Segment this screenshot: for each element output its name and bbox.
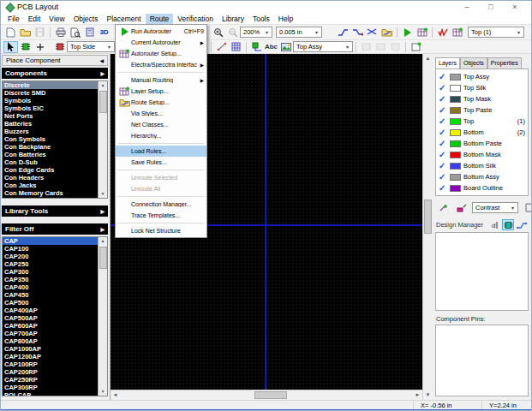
- layer-row[interactable]: ✓Top Mask: [436, 93, 528, 104]
- layer-visible-checkbox[interactable]: ✓: [439, 94, 447, 104]
- list-item[interactable]: CAP700AP: [3, 330, 107, 337]
- drc-icon[interactable]: [435, 27, 450, 39]
- list-item[interactable]: Batteries: [3, 120, 107, 128]
- menu-help[interactable]: Help: [274, 14, 297, 24]
- board-side-combo[interactable]: Top Side▾: [67, 41, 115, 52]
- layer-color-swatch[interactable]: [450, 74, 461, 80]
- list-item[interactable]: Net Ports: [3, 112, 107, 120]
- layer-row[interactable]: ✓Top Paste: [436, 104, 528, 116]
- list-item[interactable]: CAP350: [3, 276, 107, 283]
- list-item[interactable]: CAP1200AP: [3, 353, 107, 360]
- menu-route[interactable]: Route: [146, 14, 174, 24]
- menu-item-trace-templates[interactable]: Trace Templates...: [116, 210, 206, 221]
- text-tool-icon[interactable]: Abc: [264, 41, 278, 53]
- zoom-out-icon[interactable]: [225, 27, 240, 39]
- layer-visible-checkbox[interactable]: ✓: [439, 150, 447, 159]
- assembly-view-combo[interactable]: Top Assy▾: [293, 41, 353, 52]
- open-icon[interactable]: [18, 27, 33, 39]
- menu-item-autorouter-setup[interactable]: Autorouter Setup...: [116, 48, 206, 59]
- autorouter-setup-icon[interactable]: [415, 27, 429, 39]
- list-item[interactable]: CAP200: [3, 253, 107, 260]
- layer-visible-checkbox[interactable]: ✓: [439, 83, 447, 92]
- report-icon[interactable]: [82, 27, 97, 39]
- layer-color-swatch[interactable]: [450, 96, 461, 103]
- menu-item-connection-manager[interactable]: Connection Manager...: [116, 199, 206, 210]
- menu-item-net-classes[interactable]: Net Classes...: [116, 119, 206, 130]
- layer-row[interactable]: ✓Top(1): [436, 116, 528, 127]
- list-item[interactable]: Con Edge Cards: [3, 166, 107, 174]
- layer-row[interactable]: ✓Bottom Mask: [436, 149, 528, 160]
- menu-item-save-rules[interactable]: Save Rules...: [116, 157, 206, 168]
- menu-item-lock-net-structure[interactable]: Lock Net Structure: [116, 225, 206, 236]
- route-mode-icon[interactable]: [249, 41, 264, 53]
- layer-color-swatch[interactable]: [450, 174, 461, 181]
- layer-visible-checkbox[interactable]: ✓: [439, 139, 447, 148]
- active-layer-combo[interactable]: Top (1)▾: [468, 27, 524, 38]
- list-item[interactable]: Discrete: [3, 81, 107, 89]
- print-icon[interactable]: [53, 27, 68, 39]
- list-item[interactable]: CAP250: [3, 260, 107, 268]
- layer-visible-checkbox[interactable]: ✓: [439, 172, 447, 182]
- list-item[interactable]: CAP: [3, 237, 107, 245]
- route-shove-icon[interactable]: [350, 27, 365, 39]
- layer-row[interactable]: ✓Bottom(2): [436, 127, 528, 138]
- route-fanout-icon[interactable]: [365, 27, 380, 39]
- route-edit-icon[interactable]: [336, 27, 350, 39]
- list-item[interactable]: CAP500: [3, 299, 107, 307]
- select-tool-icon[interactable]: [3, 41, 18, 53]
- list-item[interactable]: CAP500AP: [3, 314, 107, 322]
- list-item[interactable]: CAP400AP: [3, 307, 107, 314]
- list-item[interactable]: CAP250RP: [3, 376, 107, 384]
- layer-row[interactable]: ✓Top Silk: [436, 82, 528, 93]
- filter-bar[interactable]: Filter Off ▶: [2, 223, 108, 235]
- edit-layer-icon[interactable]: [454, 201, 469, 213]
- list-item[interactable]: POLCAP: [3, 391, 107, 396]
- layer-row[interactable]: ✓Bottom Paste: [436, 138, 528, 149]
- collapse-left-icon[interactable]: ◀: [99, 57, 104, 63]
- layer-color-swatch[interactable]: [450, 163, 461, 170]
- menu-view[interactable]: View: [45, 14, 69, 24]
- menu-item-layer-setup[interactable]: Layer Setup...: [116, 86, 206, 97]
- menu-file[interactable]: File: [3, 14, 24, 24]
- canvas-vertical-scrollbar[interactable]: ▲ ▼: [422, 54, 433, 400]
- layer-visible-checkbox[interactable]: ✓: [439, 105, 447, 115]
- close-button[interactable]: ×: [503, 1, 527, 13]
- list-item[interactable]: CAP100: [3, 245, 107, 253]
- dm-density-icon[interactable]: d: [488, 219, 500, 230]
- list-item[interactable]: CAP300: [3, 268, 107, 276]
- components-list-scrollbar[interactable]: ▲ ▼: [98, 81, 107, 198]
- list-item[interactable]: CAP450: [3, 291, 107, 299]
- maximize-button[interactable]: □: [479, 1, 503, 13]
- scroll-thumb[interactable]: [424, 200, 432, 234]
- layer-visible-checkbox[interactable]: ✓: [439, 183, 447, 193]
- testpoint-icon[interactable]: [450, 27, 464, 39]
- board-settings-icon[interactable]: [409, 41, 423, 53]
- canvas-horizontal-scrollbar[interactable]: ◄ ►: [111, 390, 422, 400]
- list-item[interactable]: Con D-Sub: [3, 158, 107, 166]
- layer-color-swatch[interactable]: [450, 152, 461, 158]
- menu-item-hierarchy[interactable]: Hierarchy...: [116, 130, 206, 141]
- list-item[interactable]: Con Symbols: [3, 135, 107, 143]
- tab-layers[interactable]: Layers: [435, 57, 460, 68]
- save-icon[interactable]: [33, 27, 47, 39]
- place-point-icon[interactable]: [33, 41, 47, 53]
- design-manager-list[interactable]: [435, 232, 529, 311]
- menu-item-route-setup[interactable]: Route Setup...: [116, 97, 206, 108]
- scroll-thumb[interactable]: [99, 91, 107, 113]
- menu-item-unroute-all[interactable]: Unroute All: [116, 183, 206, 194]
- menu-placement[interactable]: Placement: [102, 14, 145, 24]
- menu-item-run-autorouter[interactable]: Run AutorouterCtrl+F9: [116, 26, 206, 37]
- library-tools-bar[interactable]: Library Tools ▶: [2, 206, 108, 217]
- copy-page-icon[interactable]: [522, 201, 532, 213]
- list-item[interactable]: Con Memory Cards: [3, 189, 107, 197]
- layer-row[interactable]: ✓Bottom Silk: [436, 160, 528, 171]
- list-item[interactable]: CAP300RP: [3, 384, 107, 391]
- route-bus-icon[interactable]: [380, 27, 394, 39]
- components-section-bar[interactable]: Components ▶: [2, 68, 108, 79]
- new-document-icon[interactable]: [3, 27, 18, 39]
- dm-net-icon[interactable]: [516, 219, 528, 230]
- add-layer-icon[interactable]: [436, 201, 451, 213]
- list-item[interactable]: Discrete SMD: [3, 89, 107, 97]
- list-item[interactable]: CAP600AP: [3, 322, 107, 330]
- menu-verification[interactable]: Verification: [173, 14, 218, 24]
